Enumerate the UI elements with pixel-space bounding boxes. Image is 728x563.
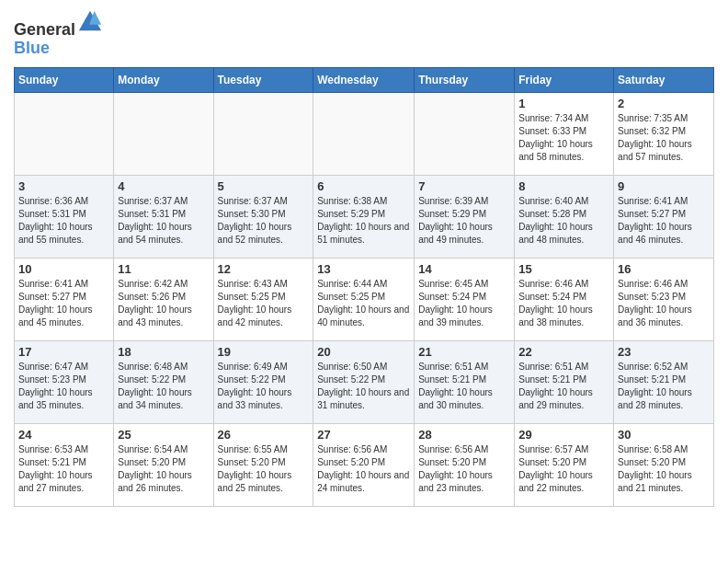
calendar-cell-4-7: 23Sunrise: 6:52 AM Sunset: 5:21 PM Dayli… <box>614 340 714 423</box>
day-info: Sunrise: 6:50 AM Sunset: 5:22 PM Dayligh… <box>317 361 410 412</box>
logo-blue-text: Blue <box>14 39 50 57</box>
day-number: 10 <box>18 262 109 276</box>
day-number: 19 <box>218 345 310 359</box>
day-info: Sunrise: 6:51 AM Sunset: 5:21 PM Dayligh… <box>418 361 510 412</box>
day-info: Sunrise: 6:54 AM Sunset: 5:20 PM Dayligh… <box>118 443 209 495</box>
day-number: 13 <box>317 262 410 276</box>
day-number: 17 <box>18 345 109 359</box>
calendar-header-tuesday: Tuesday <box>213 67 313 92</box>
calendar-cell-1-6: 1Sunrise: 7:34 AM Sunset: 6:33 PM Daylig… <box>515 92 614 175</box>
day-number: 5 <box>218 179 310 193</box>
day-number: 18 <box>118 345 209 359</box>
calendar-cell-5-4: 27Sunrise: 6:56 AM Sunset: 5:20 PM Dayli… <box>313 423 415 506</box>
day-info: Sunrise: 6:37 AM Sunset: 5:31 PM Dayligh… <box>118 195 209 247</box>
day-info: Sunrise: 6:49 AM Sunset: 5:22 PM Dayligh… <box>218 361 310 412</box>
calendar-cell-3-6: 15Sunrise: 6:46 AM Sunset: 5:24 PM Dayli… <box>515 258 614 340</box>
calendar-cell-1-4 <box>313 92 415 175</box>
day-number: 1 <box>518 97 609 110</box>
day-number: 12 <box>218 262 310 276</box>
calendar-cell-3-4: 13Sunrise: 6:44 AM Sunset: 5:25 PM Dayli… <box>313 258 415 340</box>
day-info: Sunrise: 6:57 AM Sunset: 5:20 PM Dayligh… <box>518 443 609 495</box>
calendar-cell-1-3 <box>213 92 313 175</box>
day-info: Sunrise: 6:58 AM Sunset: 5:20 PM Dayligh… <box>618 443 710 495</box>
day-info: Sunrise: 6:37 AM Sunset: 5:30 PM Dayligh… <box>218 195 310 247</box>
calendar-cell-4-2: 18Sunrise: 6:48 AM Sunset: 5:22 PM Dayli… <box>114 340 213 423</box>
calendar-cell-3-3: 12Sunrise: 6:43 AM Sunset: 5:25 PM Dayli… <box>213 258 313 340</box>
calendar-header-monday: Monday <box>114 67 213 92</box>
day-number: 23 <box>618 345 710 359</box>
day-number: 28 <box>418 428 510 442</box>
day-info: Sunrise: 6:51 AM Sunset: 5:21 PM Dayligh… <box>518 361 609 412</box>
day-info: Sunrise: 6:53 AM Sunset: 5:21 PM Dayligh… <box>18 443 109 495</box>
day-number: 29 <box>518 428 609 442</box>
day-info: Sunrise: 6:43 AM Sunset: 5:25 PM Dayligh… <box>218 278 310 329</box>
calendar-header-wednesday: Wednesday <box>313 67 415 92</box>
calendar-week-5: 24Sunrise: 6:53 AM Sunset: 5:21 PM Dayli… <box>15 423 714 506</box>
day-info: Sunrise: 6:56 AM Sunset: 5:20 PM Dayligh… <box>317 443 410 495</box>
calendar-cell-1-1 <box>15 92 114 175</box>
day-info: Sunrise: 6:45 AM Sunset: 5:24 PM Dayligh… <box>418 278 510 329</box>
day-info: Sunrise: 6:56 AM Sunset: 5:20 PM Dayligh… <box>418 443 510 495</box>
day-number: 22 <box>518 345 609 359</box>
calendar-week-3: 10Sunrise: 6:41 AM Sunset: 5:27 PM Dayli… <box>15 258 714 340</box>
day-number: 11 <box>118 262 209 276</box>
day-info: Sunrise: 6:46 AM Sunset: 5:24 PM Dayligh… <box>518 278 609 329</box>
day-number: 7 <box>418 179 510 193</box>
day-number: 4 <box>118 179 209 193</box>
calendar-cell-2-4: 6Sunrise: 6:38 AM Sunset: 5:29 PM Daylig… <box>313 175 415 258</box>
day-number: 26 <box>218 428 310 442</box>
calendar-cell-2-2: 4Sunrise: 6:37 AM Sunset: 5:31 PM Daylig… <box>114 175 213 258</box>
day-info: Sunrise: 6:55 AM Sunset: 5:20 PM Dayligh… <box>218 443 310 495</box>
logo: General Blue <box>14 9 103 58</box>
calendar-cell-3-5: 14Sunrise: 6:45 AM Sunset: 5:24 PM Dayli… <box>415 258 515 340</box>
calendar-cell-2-1: 3Sunrise: 6:36 AM Sunset: 5:31 PM Daylig… <box>15 175 114 258</box>
calendar-week-2: 3Sunrise: 6:36 AM Sunset: 5:31 PM Daylig… <box>15 175 714 258</box>
day-number: 3 <box>18 179 109 193</box>
day-info: Sunrise: 6:44 AM Sunset: 5:25 PM Dayligh… <box>317 278 410 329</box>
day-number: 2 <box>618 97 710 110</box>
day-info: Sunrise: 6:52 AM Sunset: 5:21 PM Dayligh… <box>618 361 710 412</box>
day-number: 14 <box>418 262 510 276</box>
day-number: 15 <box>518 262 609 276</box>
calendar-cell-5-1: 24Sunrise: 6:53 AM Sunset: 5:21 PM Dayli… <box>15 423 114 506</box>
day-info: Sunrise: 6:42 AM Sunset: 5:26 PM Dayligh… <box>118 278 209 329</box>
calendar-cell-2-7: 9Sunrise: 6:41 AM Sunset: 5:27 PM Daylig… <box>614 175 714 258</box>
calendar-table: SundayMondayTuesdayWednesdayThursdayFrid… <box>14 67 714 507</box>
day-info: Sunrise: 6:39 AM Sunset: 5:29 PM Dayligh… <box>418 195 510 247</box>
day-number: 24 <box>18 428 109 442</box>
day-info: Sunrise: 6:46 AM Sunset: 5:23 PM Dayligh… <box>618 278 710 329</box>
day-info: Sunrise: 7:34 AM Sunset: 6:33 PM Dayligh… <box>518 112 609 164</box>
calendar-cell-2-5: 7Sunrise: 6:39 AM Sunset: 5:29 PM Daylig… <box>415 175 515 258</box>
day-info: Sunrise: 6:47 AM Sunset: 5:23 PM Dayligh… <box>18 361 109 412</box>
day-number: 6 <box>317 179 410 193</box>
calendar-cell-1-5 <box>415 92 515 175</box>
day-number: 8 <box>518 179 609 193</box>
page: General Blue SundayMondayTuesdayWednesda… <box>0 0 728 516</box>
calendar-cell-2-3: 5Sunrise: 6:37 AM Sunset: 5:30 PM Daylig… <box>213 175 313 258</box>
logo-text: General Blue <box>14 9 103 58</box>
day-info: Sunrise: 6:38 AM Sunset: 5:29 PM Dayligh… <box>317 195 410 247</box>
calendar-header-saturday: Saturday <box>614 67 714 92</box>
calendar-cell-1-7: 2Sunrise: 7:35 AM Sunset: 6:32 PM Daylig… <box>614 92 714 175</box>
day-info: Sunrise: 6:40 AM Sunset: 5:28 PM Dayligh… <box>518 195 609 247</box>
logo-icon <box>77 9 103 35</box>
day-info: Sunrise: 6:48 AM Sunset: 5:22 PM Dayligh… <box>118 361 209 412</box>
calendar-cell-3-2: 11Sunrise: 6:42 AM Sunset: 5:26 PM Dayli… <box>114 258 213 340</box>
logo-general-text: General <box>14 20 75 39</box>
calendar-cell-5-6: 29Sunrise: 6:57 AM Sunset: 5:20 PM Dayli… <box>515 423 614 506</box>
calendar-header-sunday: Sunday <box>15 67 114 92</box>
day-info: Sunrise: 7:35 AM Sunset: 6:32 PM Dayligh… <box>618 112 710 164</box>
calendar-header-thursday: Thursday <box>415 67 515 92</box>
day-number: 25 <box>118 428 209 442</box>
day-number: 30 <box>618 428 710 442</box>
calendar-week-4: 17Sunrise: 6:47 AM Sunset: 5:23 PM Dayli… <box>15 340 714 423</box>
day-number: 27 <box>317 428 410 442</box>
calendar-cell-1-2 <box>114 92 213 175</box>
calendar-cell-5-3: 26Sunrise: 6:55 AM Sunset: 5:20 PM Dayli… <box>213 423 313 506</box>
calendar-cell-4-5: 21Sunrise: 6:51 AM Sunset: 5:21 PM Dayli… <box>415 340 515 423</box>
calendar-cell-5-2: 25Sunrise: 6:54 AM Sunset: 5:20 PM Dayli… <box>114 423 213 506</box>
calendar-cell-5-7: 30Sunrise: 6:58 AM Sunset: 5:20 PM Dayli… <box>614 423 714 506</box>
calendar-cell-4-3: 19Sunrise: 6:49 AM Sunset: 5:22 PM Dayli… <box>213 340 313 423</box>
day-number: 16 <box>618 262 710 276</box>
calendar-cell-3-7: 16Sunrise: 6:46 AM Sunset: 5:23 PM Dayli… <box>614 258 714 340</box>
